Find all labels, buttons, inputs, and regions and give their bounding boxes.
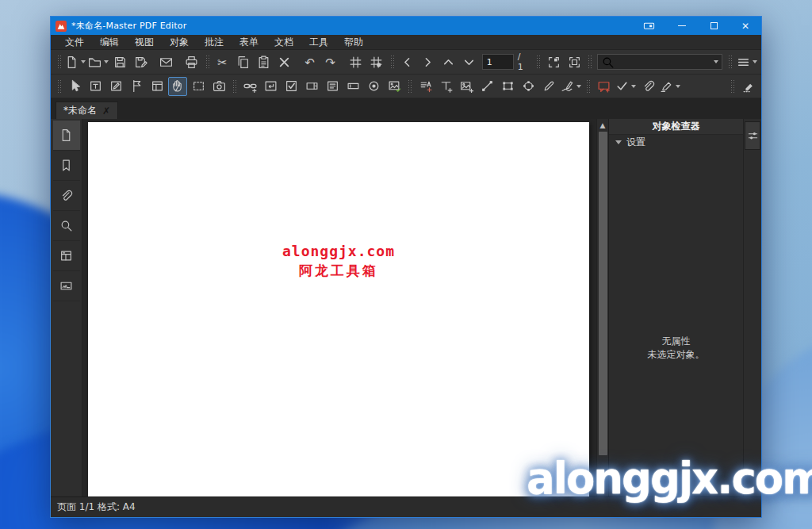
- add-image-button[interactable]: [457, 77, 476, 96]
- attach-file-tool-button[interactable]: [638, 77, 657, 96]
- text-field-button[interactable]: [343, 77, 362, 96]
- checkbox-field-button[interactable]: [282, 77, 301, 96]
- menu-item[interactable]: 对象: [162, 35, 197, 50]
- undo-button[interactable]: ↶: [301, 52, 320, 71]
- paste-button[interactable]: [255, 52, 274, 71]
- cut-button[interactable]: ✂: [213, 52, 232, 71]
- document-tab[interactable]: *未命名 ✗: [56, 102, 118, 119]
- sticky-note-tool-button[interactable]: [594, 77, 613, 96]
- listbox-field-button[interactable]: [323, 77, 342, 96]
- menu-item[interactable]: 文档: [266, 35, 301, 50]
- previous-view-button[interactable]: [439, 52, 458, 71]
- rectangle-tool-button[interactable]: [498, 77, 517, 96]
- delete-button[interactable]: [275, 52, 294, 71]
- touch-keyboard-icon[interactable]: [631, 17, 666, 35]
- signature-field-button[interactable]: [385, 77, 404, 96]
- menu-item[interactable]: 批注: [197, 35, 232, 50]
- snapshot-tool-button[interactable]: [209, 77, 228, 96]
- maximize-button[interactable]: [698, 17, 730, 35]
- scrollbar-thumb[interactable]: [599, 132, 607, 455]
- eraser-tool-button[interactable]: [738, 77, 757, 96]
- radio-button-field-button[interactable]: [364, 77, 383, 96]
- tab-close-icon[interactable]: ✗: [102, 106, 110, 116]
- menu-item[interactable]: 编辑: [92, 35, 127, 50]
- sidebar-layers-panel-button[interactable]: [53, 241, 80, 271]
- combobox-field-button[interactable]: [302, 77, 321, 96]
- new-document-button[interactable]: [65, 52, 86, 71]
- pencil-tool-button[interactable]: [539, 77, 558, 96]
- dropdown-caret-icon[interactable]: [714, 60, 718, 63]
- previous-page-button[interactable]: [398, 52, 417, 71]
- select-tool-button[interactable]: [65, 77, 84, 96]
- properties-tab[interactable]: [745, 121, 760, 150]
- ellipse-tool-button[interactable]: [519, 77, 538, 96]
- menu-item[interactable]: 文件: [57, 35, 92, 50]
- xmark-icon: [278, 56, 291, 69]
- select-area-tool-button[interactable]: [189, 77, 208, 96]
- dropdown-caret-icon[interactable]: [576, 85, 581, 88]
- sidebar-pages-panel-button[interactable]: [53, 121, 80, 151]
- save-button[interactable]: [111, 52, 130, 71]
- show-grid-button[interactable]: [347, 52, 366, 71]
- paperclip-icon: [642, 79, 655, 93]
- dropdown-caret-icon[interactable]: [104, 60, 109, 63]
- vertical-scrollbar[interactable]: ▲: [596, 119, 608, 496]
- minimize-button[interactable]: [666, 17, 698, 35]
- floppy-icon: [113, 56, 127, 69]
- inspector-settings-row[interactable]: 设置: [609, 135, 743, 150]
- dropdown-caret-icon[interactable]: [753, 60, 757, 63]
- add-text-button[interactable]: [436, 77, 455, 96]
- main-menu-button[interactable]: [736, 52, 757, 71]
- redo-button[interactable]: ↷: [321, 52, 340, 71]
- edit-text-tool-button[interactable]: [86, 77, 105, 96]
- dropdown-caret-icon[interactable]: [81, 60, 86, 63]
- next-page-button[interactable]: [419, 52, 438, 71]
- sig-box-icon: [59, 279, 73, 293]
- toolbar-drag-handle: [389, 54, 395, 70]
- settings-label: 设置: [626, 136, 645, 149]
- line-tool-button[interactable]: [477, 77, 496, 96]
- copy-button[interactable]: [234, 52, 253, 71]
- add-text-block-button[interactable]: [416, 77, 435, 96]
- fit-page-button[interactable]: [565, 52, 584, 71]
- page-icon: [59, 128, 73, 142]
- page-number-input[interactable]: [482, 54, 514, 70]
- cursor-icon: [68, 79, 82, 93]
- search-box[interactable]: [597, 54, 722, 70]
- pdf-page[interactable]: alonggjx.com 阿龙工具箱: [88, 122, 589, 496]
- menu-item[interactable]: 视图: [127, 35, 162, 50]
- document-canvas[interactable]: alonggjx.com 阿龙工具箱: [82, 119, 596, 496]
- sidebar-signatures-panel-button[interactable]: [53, 271, 80, 301]
- page-icon: [65, 56, 79, 69]
- sidebar-bookmarks-panel-button[interactable]: [53, 151, 80, 181]
- save-as-button[interactable]: [132, 52, 151, 71]
- fit-page-icon: [568, 56, 581, 69]
- signature-tool-button[interactable]: [560, 77, 582, 96]
- menu-item[interactable]: 工具: [301, 35, 336, 50]
- sidebar-attachments-panel-button[interactable]: [53, 181, 80, 211]
- search-input[interactable]: [615, 57, 711, 67]
- radio-icon: [367, 79, 381, 93]
- titlebar[interactable]: *未命名-Master PDF Editor ✕: [51, 17, 761, 35]
- send-email-button[interactable]: [157, 52, 176, 71]
- open-file-button[interactable]: [88, 52, 109, 71]
- add-link-tool-button[interactable]: [240, 77, 259, 96]
- close-button[interactable]: ✕: [730, 17, 761, 35]
- print-button[interactable]: [182, 52, 201, 71]
- snap-to-grid-button[interactable]: [367, 52, 386, 71]
- fit-width-button[interactable]: [544, 52, 563, 71]
- menu-item[interactable]: 帮助: [336, 35, 371, 50]
- dropdown-caret-icon[interactable]: [631, 85, 636, 88]
- dropdown-caret-icon[interactable]: [676, 85, 680, 88]
- edit-forms-tool-button[interactable]: [127, 77, 146, 96]
- sidebar-search-panel-button[interactable]: [53, 211, 80, 241]
- hand-tool-button[interactable]: [168, 77, 187, 96]
- stamp-tool-button[interactable]: [615, 77, 637, 96]
- edit-document-tool-button[interactable]: [106, 77, 125, 96]
- push-button-field-button[interactable]: [261, 77, 280, 96]
- menu-item[interactable]: 表单: [232, 35, 266, 50]
- scroll-up-icon[interactable]: ▲: [597, 119, 609, 131]
- object-properties-tool-button[interactable]: [147, 77, 167, 96]
- next-view-button[interactable]: [460, 52, 479, 71]
- highlight-tool-button[interactable]: [659, 77, 681, 96]
